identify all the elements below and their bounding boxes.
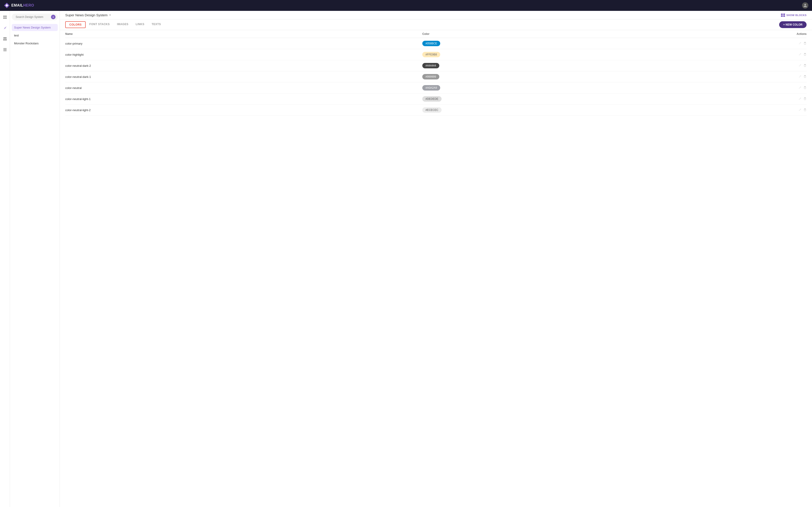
system-title[interactable]: Super News Design System ▼ [65,13,111,17]
system-title-text: Super News Design System [65,13,108,17]
svg-line-22 [800,53,801,54]
table-row: color-primary #058BCE [65,38,807,49]
delete-icon[interactable] [803,53,807,57]
color-name: color-neutral-dark-2 [65,64,422,67]
table-row: color-neutral-dark-2 #444444 [65,60,807,71]
delete-icon[interactable] [803,97,807,101]
nav-item-test[interactable]: test [12,32,58,39]
tab-links[interactable]: LINKS [132,21,148,28]
logo-icon [4,2,10,9]
icon-sidebar [0,11,10,507]
svg-rect-7 [3,37,6,39]
svg-rect-41 [804,87,806,89]
search-icon [14,16,14,18]
table-body: color-primary #058BCE color-highlight #F… [65,38,807,116]
svg-rect-35 [804,76,806,78]
table-row: color-highlight #FFE9B8 [65,49,807,60]
row-actions [779,75,807,79]
svg-rect-9 [5,39,6,41]
row-actions [779,53,807,57]
color-badge: #444444 [422,63,439,68]
blocks-icon [781,13,785,17]
svg-rect-53 [804,109,806,111]
svg-line-40 [800,87,801,87]
svg-point-2 [804,4,806,5]
svg-rect-47 [804,98,806,100]
main-layout: + Super News Design System test Monster … [0,11,812,507]
svg-rect-17 [804,43,806,44]
sidebar-icon-table[interactable] [1,46,9,53]
edit-icon[interactable] [798,75,802,79]
color-name: color-neutral-light-1 [65,97,422,101]
search-input[interactable] [16,15,50,18]
svg-line-28 [800,64,801,65]
svg-line-52 [800,109,801,109]
color-badge: #A0A2A9 [422,85,440,91]
edit-icon[interactable] [798,53,802,57]
svg-rect-23 [804,54,806,55]
colors-table: Name Color Actions color-primary #058BCE… [60,30,812,507]
color-name: color-neutral-light-2 [65,108,422,112]
main-content: Super News Design System ▼ SHOW BLOCKS C… [60,11,812,507]
row-actions [779,108,807,112]
edit-icon[interactable] [798,42,802,46]
left-nav: + Super News Design System test Monster … [10,11,60,507]
color-badge: #999999 [422,74,439,79]
delete-icon[interactable] [803,64,807,68]
new-color-button[interactable]: + NEW COLOR [779,21,807,28]
svg-rect-12 [3,50,6,51]
sidebar-icon-brush[interactable] [1,24,9,32]
user-avatar[interactable] [802,2,808,9]
row-actions [779,64,807,68]
delete-icon[interactable] [803,108,807,112]
table-row: color-neutral-light-1 #DEDEDE [65,94,807,105]
chevron-down-icon: ▼ [109,14,111,16]
table-row: color-neutral-dark-1 #999999 [65,71,807,82]
tab-images[interactable]: IMAGES [113,21,132,28]
color-name: color-neutral-dark-1 [65,75,422,78]
edit-icon[interactable] [798,108,802,112]
logo-email-text: EMAIL [11,3,23,7]
table-header: Name Color Actions [65,30,807,38]
delete-icon[interactable] [803,42,807,46]
main-header: Super News Design System ▼ SHOW BLOCKS [60,11,812,19]
edit-icon[interactable] [798,86,802,90]
color-name: color-primary [65,42,422,45]
tab-font-stacks[interactable]: FONT STACKS [86,21,113,28]
table-row: color-neutral #A0A2A9 [65,82,807,94]
row-actions [779,86,807,90]
nav-item-monster-rockstars[interactable]: Monster Rockstars [12,40,58,47]
tab-colors[interactable]: COLORS [65,21,86,28]
search-bar[interactable]: + [12,13,58,20]
show-blocks-button[interactable]: SHOW BLOCKS [781,13,807,17]
svg-line-46 [800,98,801,98]
color-name: color-highlight [65,53,422,56]
nav-item-super-news[interactable]: Super News Design System [12,24,58,31]
sidebar-icon-grid[interactable] [1,13,9,21]
tabs-container: COLORS FONT STACKS IMAGES LINKS TEXTS [65,21,164,28]
edit-icon[interactable] [798,64,802,68]
svg-rect-3 [3,16,5,17]
table-row: color-neutral-light-2 #ECECEC [65,105,807,116]
logo[interactable]: EMAILHERO [4,2,34,9]
svg-rect-11 [3,49,6,50]
color-name: color-neutral [65,86,422,90]
topnav: EMAILHERO [0,0,812,11]
row-actions [779,97,807,101]
tab-texts[interactable]: TEXTS [148,21,164,28]
color-badge: #DEDEDE [422,96,442,102]
color-badge: #058BCE [422,41,440,46]
delete-icon[interactable] [803,86,807,90]
sidebar-icon-layout[interactable] [1,35,9,43]
color-badge: #FFE9B8 [422,52,440,57]
svg-rect-10 [3,48,6,49]
search-add-button[interactable]: + [51,15,55,19]
logo-hero-text: HERO [23,3,34,7]
svg-rect-8 [3,39,5,41]
svg-rect-6 [5,17,6,19]
delete-icon[interactable] [803,75,807,79]
edit-icon[interactable] [798,97,802,101]
svg-rect-5 [3,17,5,19]
tabs-bar: COLORS FONT STACKS IMAGES LINKS TEXTS + … [60,19,812,30]
svg-rect-4 [5,16,6,17]
